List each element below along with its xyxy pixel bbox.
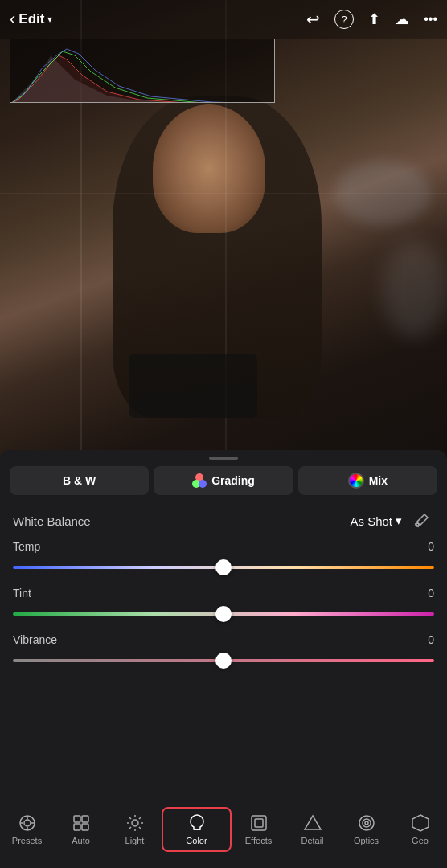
grading-button[interactable]: Grading xyxy=(154,466,293,495)
light-icon xyxy=(125,813,145,833)
mix-icon xyxy=(348,473,364,489)
svg-point-13 xyxy=(132,820,138,826)
grading-icon xyxy=(192,473,207,488)
svg-rect-12 xyxy=(82,824,88,830)
svg-line-20 xyxy=(138,817,140,818)
nav-detail[interactable]: Detail xyxy=(285,807,339,852)
vibrance-slider-row: Vibrance 0 xyxy=(13,633,434,670)
effects-icon xyxy=(249,813,269,833)
bottom-nav: Presets Auto Light Color xyxy=(0,796,447,868)
optics-icon xyxy=(357,813,376,833)
svg-rect-24 xyxy=(255,819,263,827)
presets-icon xyxy=(18,813,37,833)
top-bar: ‹ Edit ▾ ↩ ? ⬆ ☁ ••• xyxy=(0,0,447,39)
undo-button[interactable]: ↩ xyxy=(306,10,320,29)
geo-icon xyxy=(411,813,430,833)
edit-dropdown-icon[interactable]: ▾ xyxy=(47,14,52,25)
auto-label: Auto xyxy=(72,836,90,845)
svg-marker-25 xyxy=(305,816,321,829)
mode-row: B & W Grading Mix xyxy=(0,460,447,502)
nav-optics[interactable]: Optics xyxy=(339,807,393,852)
white-balance-row: White Balance As Shot ▾ xyxy=(0,502,447,540)
nav-presets[interactable]: Presets xyxy=(0,807,54,852)
histogram xyxy=(10,39,275,103)
bottom-panel: B & W Grading Mix White Balance As Shot … xyxy=(0,450,447,796)
effects-label: Effects xyxy=(245,836,272,845)
tint-label: Tint xyxy=(13,587,31,600)
white-balance-label: White Balance xyxy=(13,514,91,528)
svg-rect-23 xyxy=(252,816,266,830)
nav-geo[interactable]: Geo xyxy=(393,807,447,852)
tint-slider-row: Tint 0 xyxy=(13,587,434,624)
svg-line-19 xyxy=(138,826,140,828)
nav-color[interactable]: Color xyxy=(162,807,232,852)
top-bar-left: ‹ Edit ▾ xyxy=(10,9,52,30)
vibrance-value: 0 xyxy=(428,633,434,646)
eyedropper-icon xyxy=(413,513,429,529)
detail-icon xyxy=(303,813,322,833)
detail-label: Detail xyxy=(301,836,323,845)
more-button[interactable]: ••• xyxy=(424,12,437,27)
temp-slider-row: Temp 0 xyxy=(13,540,434,577)
bw-button[interactable]: B & W xyxy=(10,466,149,495)
tint-thumb[interactable] xyxy=(215,606,232,622)
svg-point-4 xyxy=(24,820,31,826)
back-button[interactable]: ‹ xyxy=(10,9,15,30)
light-label: Light xyxy=(125,836,145,845)
svg-point-27 xyxy=(363,819,371,827)
svg-rect-11 xyxy=(74,824,80,830)
svg-line-21 xyxy=(129,826,130,828)
optics-label: Optics xyxy=(354,836,379,845)
vibrance-thumb[interactable] xyxy=(215,653,232,669)
white-balance-select[interactable]: As Shot ▾ xyxy=(350,514,402,528)
svg-marker-29 xyxy=(412,815,429,831)
top-bar-right: ↩ ? ⬆ ☁ ••• xyxy=(306,10,437,29)
vibrance-label: Vibrance xyxy=(13,633,57,646)
svg-rect-10 xyxy=(82,816,88,822)
nav-effects[interactable]: Effects xyxy=(232,807,285,852)
tint-value: 0 xyxy=(428,587,434,600)
grading-label: Grading xyxy=(211,474,255,487)
temp-value: 0 xyxy=(428,540,434,553)
geo-label: Geo xyxy=(412,836,429,845)
mix-label: Mix xyxy=(369,474,388,487)
temp-label: Temp xyxy=(13,540,40,553)
color-label: Color xyxy=(186,836,207,845)
svg-rect-9 xyxy=(74,816,80,822)
help-button[interactable]: ? xyxy=(334,10,354,29)
edit-title: Edit xyxy=(18,11,44,27)
white-balance-dropdown-icon: ▾ xyxy=(396,514,402,528)
presets-label: Presets xyxy=(12,836,42,845)
auto-icon xyxy=(72,813,91,833)
color-icon xyxy=(187,813,207,833)
temp-thumb[interactable] xyxy=(215,559,232,575)
svg-line-18 xyxy=(129,817,130,818)
svg-point-26 xyxy=(359,816,374,830)
sliders-section: Temp 0 Tint 0 Vibrance 0 xyxy=(0,540,447,670)
eyedropper-button[interactable] xyxy=(408,508,434,534)
export-button[interactable]: ⬆ xyxy=(368,10,380,28)
nav-light[interactable]: Light xyxy=(108,807,162,852)
nav-auto[interactable]: Auto xyxy=(54,807,108,852)
mix-button[interactable]: Mix xyxy=(298,466,437,495)
cloud-button[interactable]: ☁ xyxy=(395,10,409,28)
svg-point-28 xyxy=(365,821,368,825)
white-balance-value: As Shot xyxy=(350,514,392,528)
